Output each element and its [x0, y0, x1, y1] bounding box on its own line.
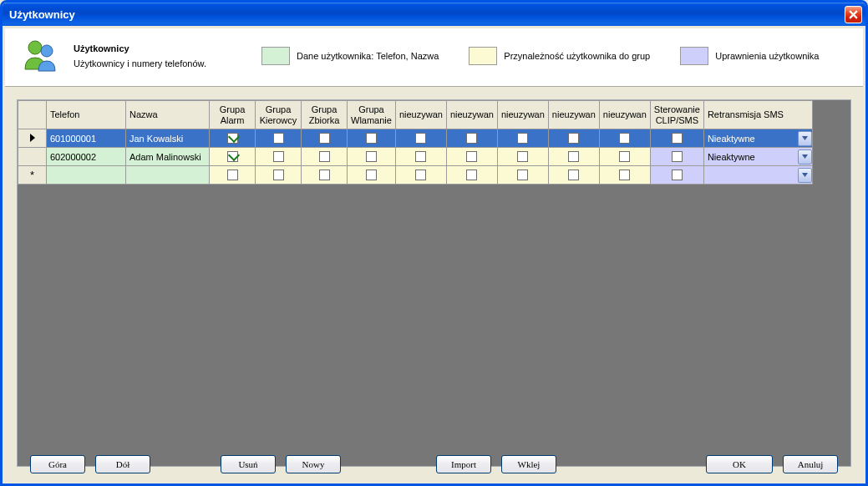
row-header[interactable]: [18, 148, 47, 166]
row-header[interactable]: *: [18, 166, 47, 185]
checkbox[interactable]: [568, 170, 579, 180]
cell-group[interactable]: [395, 129, 446, 148]
checkbox[interactable]: [568, 151, 579, 162]
dropdown[interactable]: Nieaktywne: [704, 130, 812, 147]
cell-group[interactable]: [302, 148, 348, 166]
cell-clip-sms[interactable]: [650, 166, 703, 185]
checkbox[interactable]: [619, 133, 630, 144]
col-grupa-wlamanie[interactable]: Grupa Wlamanie: [348, 101, 396, 129]
cell-group[interactable]: [548, 148, 599, 166]
close-button[interactable]: [845, 6, 862, 23]
checkbox[interactable]: [227, 133, 238, 144]
cell-group[interactable]: [497, 166, 548, 185]
cell-group[interactable]: [599, 129, 650, 148]
cell-group[interactable]: [302, 129, 348, 148]
users-grid[interactable]: Telefon Nazwa Grupa Alarm Grupa Kierowcy…: [17, 99, 851, 467]
checkbox[interactable]: [366, 133, 377, 144]
cell-group[interactable]: [348, 166, 396, 185]
col-unused-3[interactable]: nieuzywan: [497, 101, 548, 129]
col-grupa-zbiorka[interactable]: Grupa Zbiorka: [302, 101, 348, 129]
cell-clip-sms[interactable]: [650, 148, 703, 166]
delete-button[interactable]: Usuń: [221, 455, 276, 473]
row-header[interactable]: [18, 129, 47, 148]
checkbox[interactable]: [619, 170, 630, 180]
cell-group[interactable]: [446, 166, 497, 185]
down-button[interactable]: Dół: [95, 455, 150, 473]
checkbox[interactable]: [415, 133, 426, 144]
table-row[interactable]: 601000001Jan KowalskiNieaktywne: [18, 129, 813, 148]
col-telefon[interactable]: Telefon: [47, 101, 126, 129]
cell-group[interactable]: [210, 166, 256, 185]
chevron-down-icon[interactable]: [798, 168, 812, 183]
checkbox[interactable]: [517, 133, 528, 144]
checkbox[interactable]: [273, 133, 284, 144]
checkbox[interactable]: [366, 151, 377, 162]
checkbox[interactable]: [319, 151, 330, 162]
cell-telefon[interactable]: [47, 166, 126, 185]
cell-group[interactable]: [256, 129, 302, 148]
chevron-down-icon[interactable]: [798, 131, 812, 146]
up-button[interactable]: Góra: [30, 455, 85, 473]
cell-group[interactable]: [446, 148, 497, 166]
col-nazwa[interactable]: Nazwa: [126, 101, 210, 129]
cell-retransmisja[interactable]: Nieaktywne: [703, 148, 812, 166]
import-button[interactable]: Import: [436, 455, 491, 473]
cancel-button[interactable]: Anuluj: [783, 455, 838, 473]
titlebar[interactable]: Użytkownicy: [3, 3, 865, 26]
cell-nazwa[interactable]: Jan Kowalski: [126, 129, 210, 148]
checkbox[interactable]: [619, 151, 630, 162]
checkbox[interactable]: [273, 151, 284, 162]
table-row[interactable]: *: [18, 166, 813, 185]
col-unused-4[interactable]: nieuzywan: [548, 101, 599, 129]
cell-group[interactable]: [348, 129, 396, 148]
checkbox[interactable]: [319, 170, 330, 180]
table-row[interactable]: 602000002Adam MalinowskiNieaktywne: [18, 148, 813, 166]
cell-group[interactable]: [548, 129, 599, 148]
checkbox[interactable]: [466, 170, 477, 180]
cell-group[interactable]: [210, 129, 256, 148]
ok-button[interactable]: OK: [706, 455, 773, 473]
cell-group[interactable]: [497, 129, 548, 148]
cell-group[interactable]: [256, 148, 302, 166]
cell-group[interactable]: [446, 129, 497, 148]
cell-group[interactable]: [395, 166, 446, 185]
checkbox[interactable]: [366, 170, 377, 180]
checkbox[interactable]: [517, 170, 528, 180]
cell-group[interactable]: [256, 166, 302, 185]
col-grupa-alarm[interactable]: Grupa Alarm: [210, 101, 256, 129]
cell-group[interactable]: [599, 148, 650, 166]
checkbox[interactable]: [227, 151, 238, 162]
dropdown[interactable]: [704, 167, 812, 184]
checkbox[interactable]: [672, 133, 683, 144]
col-retransmisja[interactable]: Retransmisja SMS: [703, 101, 812, 129]
col-unused-5[interactable]: nieuzywan: [599, 101, 650, 129]
cell-group[interactable]: [599, 166, 650, 185]
dropdown[interactable]: Nieaktywne: [704, 149, 812, 165]
checkbox[interactable]: [273, 170, 284, 180]
checkbox[interactable]: [517, 151, 528, 162]
cell-retransmisja[interactable]: [703, 166, 812, 185]
checkbox[interactable]: [227, 170, 238, 180]
paste-button[interactable]: Wklej: [501, 455, 556, 473]
cell-telefon[interactable]: 602000002: [47, 148, 126, 166]
checkbox[interactable]: [672, 170, 683, 180]
checkbox[interactable]: [319, 133, 330, 144]
cell-group[interactable]: [302, 166, 348, 185]
cell-group[interactable]: [210, 148, 256, 166]
cell-nazwa[interactable]: [126, 166, 210, 185]
cell-group[interactable]: [395, 148, 446, 166]
cell-nazwa[interactable]: Adam Malinowski: [126, 148, 210, 166]
new-button[interactable]: Nowy: [286, 455, 341, 473]
cell-group[interactable]: [348, 148, 396, 166]
col-unused-2[interactable]: nieuzywan: [446, 101, 497, 129]
col-sterowanie[interactable]: Sterowanie CLIP/SMS: [650, 101, 703, 129]
cell-group[interactable]: [497, 148, 548, 166]
cell-group[interactable]: [548, 166, 599, 185]
checkbox[interactable]: [415, 151, 426, 162]
col-unused-1[interactable]: nieuzywan: [395, 101, 446, 129]
checkbox[interactable]: [466, 133, 477, 144]
checkbox[interactable]: [568, 133, 579, 144]
checkbox[interactable]: [672, 151, 683, 162]
checkbox[interactable]: [466, 151, 477, 162]
chevron-down-icon[interactable]: [798, 149, 812, 165]
